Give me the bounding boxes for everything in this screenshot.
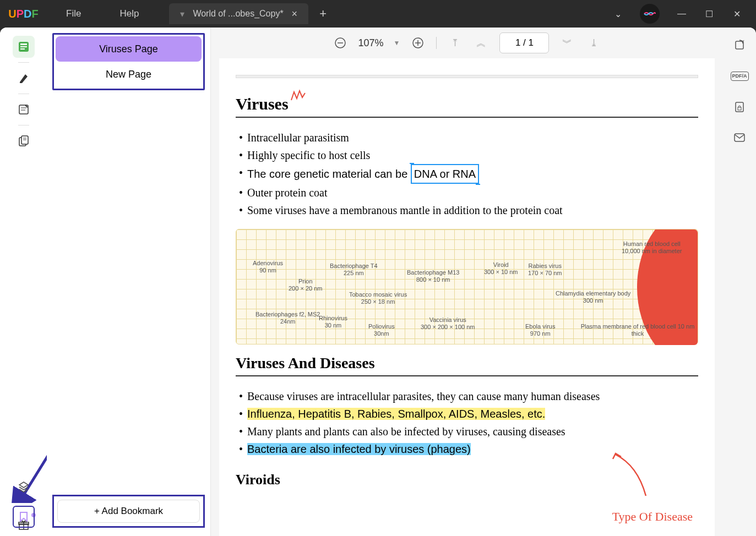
document-area: Viruses Intracellular parasitism Highly … (211, 58, 723, 536)
svg-rect-22 (738, 107, 741, 110)
heading-viruses: Viruses (236, 95, 289, 113)
bookmark-item[interactable]: New Page (56, 62, 202, 87)
next-page-button[interactable]: ︾ (559, 35, 575, 51)
new-tab-button[interactable]: + (319, 7, 327, 21)
lock-button[interactable] (730, 97, 749, 116)
chevron-down-icon[interactable]: ⌄ (612, 9, 623, 19)
pdfa-button[interactable]: PDF/A (730, 67, 749, 85)
box-annotation: DNA or RNA (411, 164, 479, 184)
bullet-list: Intracellular parasitism Highly specific… (236, 129, 698, 219)
last-page-button[interactable]: ⤓ (585, 35, 602, 51)
zoom-level: 107% (358, 37, 384, 49)
rotate-button[interactable] (730, 36, 749, 54)
highlight-yellow: Influenza, Hepatitis B, Rabies, Smallpox… (247, 408, 545, 420)
heading-viroids: Viroids (236, 472, 280, 488)
page-input[interactable] (499, 32, 549, 53)
tab-title: World of ...obes_Copy* (193, 9, 283, 19)
heading-diseases: Viruses And Diseases (236, 354, 375, 372)
svg-rect-20 (736, 41, 743, 49)
bullet-list: Because viruses are intracellular parasi… (236, 387, 698, 458)
page: Viruses Intracellular parasitism Highly … (219, 58, 715, 536)
window-minimize-icon[interactable]: — (676, 9, 687, 19)
app-logo: UPDF (0, 0, 47, 28)
bookmarks-button[interactable] (13, 506, 35, 528)
comment-tool-button[interactable] (13, 99, 35, 121)
ai-button[interactable] (640, 4, 660, 24)
window-close-icon[interactable]: ✕ (731, 9, 742, 19)
left-rail (0, 28, 47, 536)
highlight-blue: Bacteria are also infected by viruses (p… (247, 443, 471, 455)
zoom-dropdown-icon[interactable]: ▼ (394, 39, 400, 47)
highlight-tool-button[interactable] (13, 67, 35, 89)
svg-rect-3 (20, 48, 25, 50)
menu-file[interactable]: File (47, 8, 100, 19)
virus-diagram: Adenovirus90 nmPrion200 × 20 nmBacteriop… (236, 229, 698, 344)
mail-button[interactable] (730, 128, 749, 147)
tab-close-icon[interactable]: × (292, 8, 298, 20)
zoom-out-button[interactable] (332, 35, 349, 51)
prev-page-button[interactable]: ︽ (473, 35, 490, 51)
svg-rect-23 (735, 134, 744, 141)
first-page-button[interactable]: ⤒ (447, 35, 463, 51)
bookmark-panel: Viruses Page New Page + Add Bookmark (47, 28, 211, 536)
menu-help[interactable]: Help (100, 8, 158, 19)
right-rail: PDF/A (723, 28, 756, 536)
add-bookmark-button[interactable]: + Add Bookmark (57, 500, 200, 523)
bookmark-list: Viruses Page New Page (52, 33, 205, 90)
document-tab[interactable]: ▾ World of ...obes_Copy* × (169, 3, 308, 24)
titlebar: UPDF File Help ▾ World of ...obes_Copy* … (0, 0, 756, 28)
window-maximize-icon[interactable]: ☐ (704, 9, 715, 19)
thumbnails-button[interactable] (13, 36, 35, 58)
toolbar: 107% ▼ ⤒ ︽ ︾ ⤓ (211, 28, 723, 58)
svg-rect-1 (20, 43, 27, 45)
zoom-in-button[interactable] (410, 35, 426, 51)
bookmark-item[interactable]: Viruses Page (56, 36, 202, 62)
hand-arrow-annotation (605, 449, 660, 504)
svg-rect-2 (20, 46, 27, 47)
pages-tool-button[interactable] (13, 130, 35, 152)
squiggle-annotation (289, 86, 308, 109)
hand-text-annotation: Type Of Disease (612, 510, 693, 524)
layers-button[interactable] (13, 475, 35, 497)
